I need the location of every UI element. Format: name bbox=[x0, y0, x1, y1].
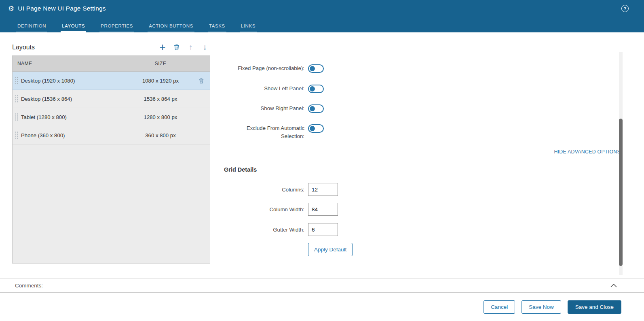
toggle-knob bbox=[310, 126, 315, 131]
tab-links[interactable]: LINKS bbox=[240, 23, 257, 32]
scrollbar-thumb[interactable] bbox=[619, 119, 623, 266]
page-title: UI Page New UI Page Settings bbox=[18, 5, 106, 12]
field-label: Column Width: bbox=[170, 206, 304, 213]
drag-handle[interactable] bbox=[15, 113, 18, 121]
layout-name: Phone (360 x 800) bbox=[18, 132, 128, 138]
arrow-down-icon: ↓ bbox=[203, 43, 207, 51]
column-width-field-row: Column Width: bbox=[170, 203, 338, 216]
ui-page-settings-window: ⚙ UI Page New UI Page Settings ? DEFINIT… bbox=[0, 0, 644, 321]
fixed-page-row: Fixed Page (non-scrollable): bbox=[170, 64, 324, 73]
tab-properties[interactable]: PROPERTIES bbox=[99, 23, 134, 32]
trash-icon bbox=[173, 44, 180, 51]
save-and-close-button[interactable]: Save and Close bbox=[568, 300, 621, 314]
layouts-heading: Layouts bbox=[12, 44, 35, 51]
layout-name: Desktop (1920 x 1080) bbox=[18, 78, 128, 84]
columns-input[interactable] bbox=[308, 183, 338, 196]
tab-definition[interactable]: DEFINITION bbox=[16, 23, 47, 32]
delete-row-button[interactable] bbox=[198, 78, 204, 84]
toggle-knob bbox=[310, 66, 315, 71]
toggle-label: Show Left Panel: bbox=[170, 85, 304, 93]
trash-icon bbox=[198, 78, 204, 84]
show-left-panel-toggle[interactable] bbox=[308, 85, 324, 93]
tab-action-buttons[interactable]: ACTION BUTTONS bbox=[148, 23, 194, 32]
layout-size: 1080 x 1920 px bbox=[128, 78, 193, 84]
exclude-automatic-row: Exclude From Automatic Selection: bbox=[170, 124, 324, 140]
column-header-name: NAME bbox=[13, 61, 128, 66]
show-right-panel-toggle[interactable] bbox=[308, 104, 324, 113]
columns-field-row: Columns: bbox=[170, 183, 338, 196]
gutter-width-field-row: Gutter Width: bbox=[170, 223, 338, 236]
field-label: Gutter Width: bbox=[170, 227, 304, 233]
show-right-panel-row: Show Right Panel: bbox=[170, 104, 324, 113]
add-layout-button[interactable]: + bbox=[158, 41, 167, 53]
gear-icon: ⚙ bbox=[8, 5, 14, 12]
toggle-label: Fixed Page (non-scrollable): bbox=[170, 64, 304, 72]
gutter-width-input[interactable] bbox=[308, 223, 338, 236]
help-icon[interactable]: ? bbox=[621, 5, 629, 12]
column-width-input[interactable] bbox=[308, 203, 338, 216]
comments-label: Comments: bbox=[15, 283, 43, 289]
exclude-automatic-toggle[interactable] bbox=[308, 124, 324, 133]
toggle-label: Exclude From Automatic Selection: bbox=[170, 124, 304, 140]
tab-layouts[interactable]: LAYOUTS bbox=[61, 23, 86, 32]
layout-name: Tablet (1280 x 800) bbox=[18, 114, 128, 120]
row-actions bbox=[193, 78, 210, 84]
save-now-button[interactable]: Save Now bbox=[522, 300, 561, 314]
field-label: Columns: bbox=[170, 187, 304, 193]
plus-icon: + bbox=[159, 43, 165, 51]
drag-handle[interactable] bbox=[15, 131, 18, 139]
fixed-page-toggle[interactable] bbox=[308, 64, 324, 73]
move-down-button[interactable]: ↓ bbox=[201, 41, 209, 53]
header: ⚙ UI Page New UI Page Settings ? bbox=[0, 0, 644, 17]
chevron-up-icon bbox=[610, 284, 617, 287]
footer: Cancel Save Now Save and Close bbox=[0, 293, 644, 321]
layouts-toolbar: + ↑ ↓ bbox=[158, 41, 209, 53]
move-up-button[interactable]: ↑ bbox=[187, 41, 195, 53]
apply-default-button[interactable]: Apply Default bbox=[308, 243, 353, 256]
drag-handle[interactable] bbox=[15, 77, 18, 85]
tab-tasks[interactable]: TASKS bbox=[208, 23, 226, 32]
cancel-button[interactable]: Cancel bbox=[484, 300, 515, 314]
delete-layout-button[interactable] bbox=[173, 41, 181, 53]
toggle-knob bbox=[310, 106, 315, 111]
show-left-panel-row: Show Left Panel: bbox=[170, 85, 324, 93]
toggle-knob bbox=[310, 86, 315, 91]
tab-bar: DEFINITION LAYOUTS PROPERTIES ACTION BUT… bbox=[0, 17, 644, 32]
layout-size: 1280 x 800 px bbox=[128, 114, 193, 120]
drag-handle[interactable] bbox=[15, 95, 18, 103]
layout-name: Desktop (1536 x 864) bbox=[18, 96, 128, 102]
comments-collapse-button[interactable] bbox=[610, 284, 617, 287]
arrow-up-icon: ↑ bbox=[189, 43, 193, 51]
hide-advanced-options-link[interactable]: HIDE ADVANCED OPTIONS bbox=[554, 149, 621, 155]
divider bbox=[0, 278, 644, 279]
toggle-label: Show Right Panel: bbox=[170, 104, 304, 113]
grid-details-heading: Grid Details bbox=[224, 166, 257, 173]
layout-size: 1536 x 864 px bbox=[128, 96, 193, 102]
